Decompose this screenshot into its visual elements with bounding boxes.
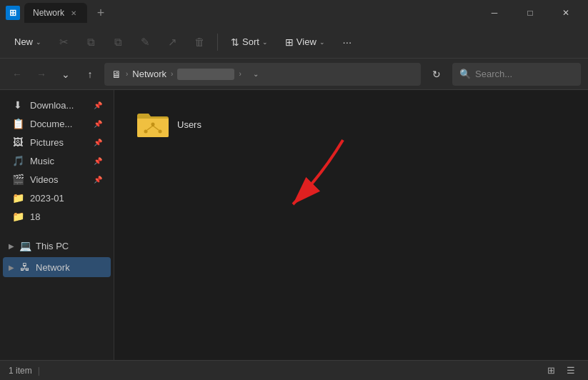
current-tab[interactable]: Network ✕ [24,3,87,23]
downloads-label: Downloa... [30,100,88,111]
pictures-label: Pictures [30,137,88,148]
network-label: Network [36,262,70,273]
pictures-icon: 🖼 [11,136,24,148]
sidebar-item-pictures[interactable]: 🖼 Pictures 📌 [3,133,111,151]
this-pc-label: This PC [36,241,69,251]
share-button[interactable]: ↗ [160,30,184,54]
command-separator [217,34,218,51]
music-icon: 🎵 [11,155,24,166]
view-icon: ⊞ [285,36,294,48]
svg-point-2 [151,123,155,126]
folder-2023-label: 2023-01 [30,193,102,204]
users-folder[interactable]: Users [129,104,214,144]
sidebar-section-this-pc[interactable]: ▶ 💻 This PC [3,236,111,256]
window-controls: ─ □ ✕ [478,1,582,24]
downloads-pin-icon: 📌 [94,101,102,109]
sort-icon: ⇅ [231,36,239,48]
sidebar-item-videos[interactable]: 🎬 Videos 📌 [3,170,111,189]
title-bar: ⊞ Network ✕ + ─ □ ✕ [0,0,588,26]
music-pin-icon: 📌 [94,157,102,165]
sidebar-item-downloads[interactable]: ⬇ Downloa... 📌 [3,96,111,114]
network-path-icon: 🖥 [111,69,121,80]
path-network-label: Network [132,69,166,79]
search-icon: 🔍 [459,69,471,79]
close-window-button[interactable]: ✕ [549,1,582,24]
new-tab-button[interactable]: + [91,4,110,22]
paste-button[interactable]: ⧉ [106,30,130,54]
grid-view-button[interactable]: ⊞ [542,362,559,379]
sidebar-item-folder-2023[interactable]: 📁 2023-01 [3,189,111,207]
documents-label: Docume... [30,119,88,129]
rename-button[interactable]: ✎ [133,30,157,54]
status-separator: | [38,366,40,376]
file-content: Users [114,90,588,360]
view-chevron-icon: ⌄ [319,39,325,46]
tab-label: Network [33,8,64,18]
delete-button[interactable]: 🗑 [187,30,211,54]
search-placeholder: Search... [475,69,512,79]
refresh-button[interactable]: ↻ [425,63,448,86]
dropdown-nav-button[interactable]: ⌄ [56,64,76,84]
forward-button[interactable]: → [31,64,51,84]
this-pc-expand-icon: ▶ [9,242,14,250]
users-folder-label: Users [177,119,201,130]
folder-2023-icon: 📁 [11,192,24,204]
view-label: View [297,36,317,47]
view-toggle-buttons: ⊞ ☰ [542,362,579,379]
cut-button[interactable]: ✂ [51,30,76,54]
up-button[interactable]: ↑ [80,64,100,84]
address-dropdown-button[interactable]: ⌄ [246,63,266,86]
users-folder-icon [136,110,170,139]
windows-icon: ⊞ [6,6,20,20]
minimize-button[interactable]: ─ [478,1,511,24]
annotation-arrow [279,133,364,236]
search-box[interactable]: 🔍 Search... [452,63,581,86]
network-icon: 🖧 [19,261,31,273]
network-expand-icon: ▶ [9,264,14,271]
address-bar: ← → ⌄ ↑ 🖥 › Network › › ⌄ ↻ 🔍 Search... [0,59,588,90]
documents-icon: 📋 [11,118,24,129]
new-button[interactable]: New ⌄ [7,30,49,54]
music-label: Music [30,156,88,166]
videos-pin-icon: 📌 [94,176,102,184]
sidebar-item-folder-18[interactable]: 📁 18 [3,207,111,226]
sidebar: ⬇ Downloa... 📌 📋 Docume... 📌 🖼 Pictures … [0,90,114,360]
folder-18-label: 18 [30,211,102,222]
path-chevron-3: › [239,70,241,78]
this-pc-icon: 💻 [19,240,31,251]
sidebar-item-documents[interactable]: 📋 Docume... 📌 [3,114,111,133]
sort-label: Sort [242,36,259,47]
path-chevron-2: › [171,70,173,78]
sidebar-section-network[interactable]: ▶ 🖧 Network [3,257,111,277]
copy-button[interactable]: ⧉ [79,30,103,54]
new-chevron-icon: ⌄ [36,39,41,46]
status-bar: 1 item | ⊞ ☰ [0,360,588,380]
pictures-pin-icon: 📌 [94,139,102,146]
documents-pin-icon: 📌 [94,120,102,128]
sort-chevron-icon: ⌄ [262,39,268,46]
videos-icon: 🎬 [11,174,24,185]
folder-18-icon: 📁 [11,211,24,222]
more-options-button[interactable]: ··· [335,30,359,54]
item-count: 1 item [9,366,32,376]
command-bar: New ⌄ ✂ ⧉ ⧉ ✎ ↗ 🗑 ⇅ Sort ⌄ ⊞ View ⌄ ··· [0,26,588,59]
tab-close-button[interactable]: ✕ [69,8,79,18]
svg-point-3 [144,130,148,134]
main-content: ⬇ Downloa... 📌 📋 Docume... 📌 🖼 Pictures … [0,90,588,360]
path-blurred-segment [177,69,234,80]
svg-point-4 [159,130,162,134]
path-chevron-1: › [126,70,128,78]
view-button[interactable]: ⊞ View ⌄ [278,30,332,54]
maximize-button[interactable]: □ [514,1,547,24]
title-bar-left: ⊞ Network ✕ + [6,3,472,23]
back-button[interactable]: ← [7,64,27,84]
sort-button[interactable]: ⇅ Sort ⌄ [224,30,275,54]
list-view-button[interactable]: ☰ [562,362,579,379]
address-path[interactable]: 🖥 › Network › › ⌄ [104,63,421,86]
videos-label: Videos [30,174,88,185]
sidebar-item-music[interactable]: 🎵 Music 📌 [3,151,111,170]
new-button-label: New [14,36,33,47]
downloads-icon: ⬇ [11,99,24,111]
